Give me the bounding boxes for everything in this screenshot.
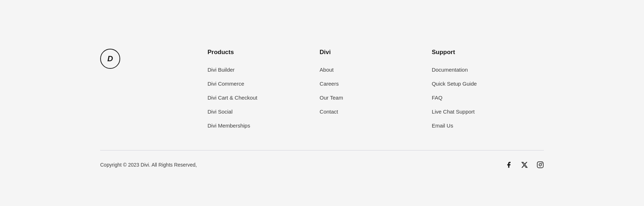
svg-point-1 [539,163,542,166]
social-icons [505,161,544,168]
quick-setup-guide-link[interactable]: Quick Setup Guide [432,81,477,87]
list-item: Quick Setup Guide [432,80,544,87]
svg-point-2 [541,163,542,164]
list-item: Documentation [432,66,544,73]
list-item: Email Us [432,122,544,129]
divi-list: About Careers Our Team Contact [319,66,431,115]
divi-builder-link[interactable]: Divi Builder [208,67,235,73]
footer-logo: D [100,49,208,69]
list-item: FAQ [432,94,544,101]
footer-col-products: Products Divi Builder Divi Commerce Divi… [208,49,319,136]
footer-top: D Products Divi Builder Divi Commerce Di… [100,27,544,150]
list-item: Careers [319,80,431,87]
our-team-link[interactable]: Our Team [319,95,343,101]
list-item: Our Team [319,94,431,101]
footer-columns: Products Divi Builder Divi Commerce Divi… [208,49,544,136]
list-item: Divi Memberships [208,122,319,129]
x-icon[interactable] [521,161,528,168]
list-item: About [319,66,431,73]
products-heading: Products [208,49,319,56]
footer-col-support: Support Documentation Quick Setup Guide … [432,49,544,136]
list-item: Divi Builder [208,66,319,73]
divi-social-link[interactable]: Divi Social [208,109,233,115]
support-heading: Support [432,49,544,56]
careers-link[interactable]: Careers [319,81,338,87]
list-item: Live Chat Support [432,108,544,115]
list-item: Divi Social [208,108,319,115]
divi-memberships-link[interactable]: Divi Memberships [208,123,250,129]
divi-cart-link[interactable]: Divi Cart & Checkout [208,95,257,101]
live-chat-support-link[interactable]: Live Chat Support [432,109,475,115]
instagram-icon[interactable] [537,161,544,168]
list-item: Contact [319,108,431,115]
svg-rect-0 [537,162,543,168]
divi-commerce-link[interactable]: Divi Commerce [208,81,244,87]
support-list: Documentation Quick Setup Guide FAQ Live… [432,66,544,129]
divi-heading: Divi [319,49,431,56]
email-us-link[interactable]: Email Us [432,123,453,129]
logo-icon: D [100,49,120,69]
contact-link[interactable]: Contact [319,109,338,115]
footer-col-divi: Divi About Careers Our Team Contact [319,49,431,136]
footer-container: D Products Divi Builder Divi Commerce Di… [72,27,572,179]
facebook-icon[interactable] [505,161,512,168]
documentation-link[interactable]: Documentation [432,67,468,73]
copyright-text: Copyright © 2023 Divi. All Rights Reserv… [100,162,197,168]
list-item: Divi Commerce [208,80,319,87]
products-list: Divi Builder Divi Commerce Divi Cart & C… [208,66,319,129]
footer-bottom: Copyright © 2023 Divi. All Rights Reserv… [100,150,544,179]
about-link[interactable]: About [319,67,333,73]
faq-link[interactable]: FAQ [432,95,443,101]
list-item: Divi Cart & Checkout [208,94,319,101]
